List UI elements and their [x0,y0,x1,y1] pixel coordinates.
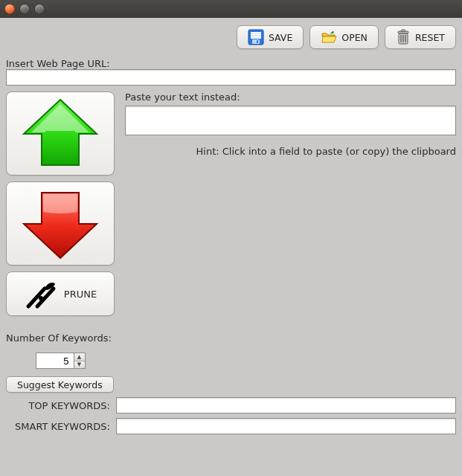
svg-rect-4 [251,37,261,38]
prune-button[interactable]: PRUNE [6,271,115,316]
url-input[interactable] [6,69,456,86]
svg-rect-6 [257,40,258,43]
move-up-button[interactable] [6,91,115,176]
top-keywords-input[interactable] [116,397,456,414]
num-keywords-stepper[interactable]: ▲ ▼ [36,353,86,369]
reset-button-label: RESET [415,32,445,43]
suggest-keywords-label: Suggest Keywords [17,379,103,390]
arrow-down-icon [19,187,101,261]
url-label: Insert Web Page URL: [6,58,456,69]
prune-button-label: PRUNE [64,289,97,300]
stepper-arrows[interactable]: ▲ ▼ [74,353,85,368]
window-minimize-button[interactable] [19,4,30,14]
reset-button[interactable]: RESET [385,25,456,49]
left-column: PRUNE Number Of Keywords: ▲ ▼ [6,91,115,369]
svg-rect-12 [401,30,405,32]
svg-rect-2 [251,33,261,34]
save-icon [248,29,264,45]
stepper-up-icon[interactable]: ▲ [74,353,85,361]
svg-rect-3 [251,35,261,36]
save-button[interactable]: SAVE [237,25,304,49]
save-button-label: SAVE [269,32,292,43]
main-area: PRUNE Number Of Keywords: ▲ ▼ Paste your… [6,91,456,369]
hint-text: Hint: Click into a field to paste (or co… [125,146,456,157]
num-keywords-label: Number Of Keywords: [6,332,115,344]
svg-rect-5 [252,39,260,44]
paste-label: Paste your text instead: [125,91,456,103]
main-toolbar: SAVE OPEN [6,25,456,49]
arrow-up-icon [19,97,101,171]
top-keywords-label: TOP KEYWORDS: [6,400,110,411]
suggest-keywords-button[interactable]: Suggest Keywords [6,376,114,393]
window-titlebar [0,0,462,18]
paste-textarea[interactable] [125,106,456,135]
move-down-button[interactable] [6,181,115,266]
trash-icon [396,29,411,45]
window-close-button[interactable] [4,4,15,14]
smart-keywords-label: SMART KEYWORDS: [6,421,110,432]
right-column: Paste your text instead: Hint: Click int… [125,91,456,157]
num-keywords-input[interactable] [36,353,74,368]
window-maximize-button[interactable] [34,4,45,14]
folder-open-icon [321,29,337,45]
open-button[interactable]: OPEN [309,25,379,49]
bottom-section: Suggest Keywords TOP KEYWORDS: SMART KEY… [6,375,456,434]
stepper-down-icon[interactable]: ▼ [74,361,85,369]
shears-icon [24,277,58,311]
smart-keywords-row: SMART KEYWORDS: [6,418,456,434]
top-keywords-row: TOP KEYWORDS: [6,397,456,414]
url-section: Insert Web Page URL: [6,58,456,86]
smart-keywords-input[interactable] [116,418,456,434]
app-body: SAVE OPEN [0,18,462,476]
svg-point-13 [39,296,43,300]
open-button-label: OPEN [341,32,368,43]
